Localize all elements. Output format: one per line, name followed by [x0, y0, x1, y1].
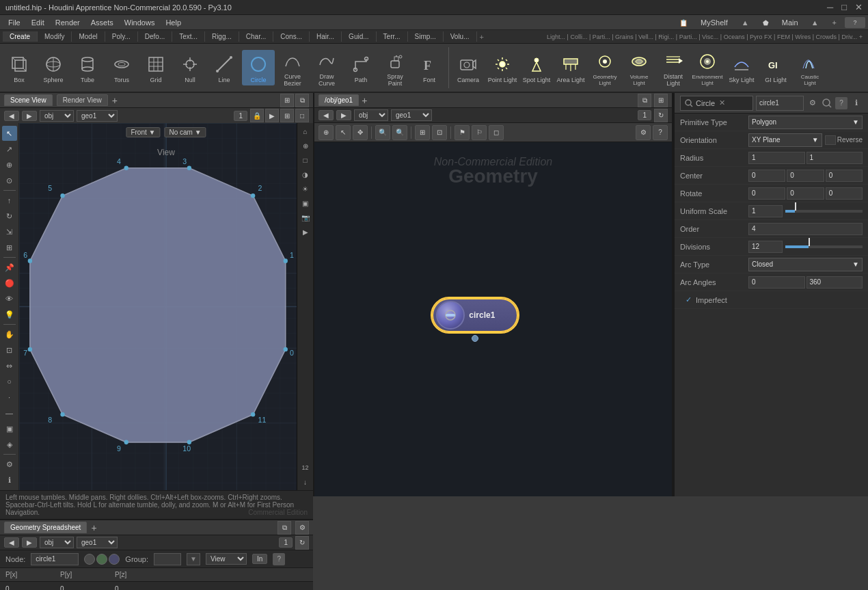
imperfect-check[interactable]: ✓ — [686, 295, 692, 304]
spreadsheet-help[interactable]: ? — [273, 553, 285, 565]
net-forward[interactable]: ▶ — [336, 110, 351, 120]
arc-angles-field2[interactable]: 360 — [806, 276, 863, 289]
orientation-dropdown[interactable]: XY Plane ▼ — [748, 133, 822, 147]
tool-geolight[interactable]: Geometry Light — [588, 47, 621, 89]
rtool-light[interactable]: ☀ — [299, 182, 312, 196]
spr-geo1[interactable]: geo1 — [77, 537, 118, 548]
ltool-obj[interactable]: ○ — [2, 374, 17, 389]
view-select[interactable]: View — [206, 553, 247, 565]
net-reload[interactable]: ↻ — [654, 109, 668, 122]
group-filter-btn[interactable]: ▼ — [187, 553, 200, 565]
tab-more[interactable]: + — [477, 33, 487, 41]
menu-edit[interactable]: Edit — [26, 18, 50, 27]
ltool-snap[interactable]: ⊡ — [2, 343, 17, 358]
tab-guid[interactable]: Guid... — [342, 31, 376, 42]
tab-rigg[interactable]: Rigg... — [205, 31, 239, 42]
ltool-mirror[interactable]: ⇔ — [2, 358, 17, 373]
tab-create[interactable]: Create — [3, 31, 38, 42]
net-geo1[interactable]: geo1 — [391, 109, 432, 121]
tab-volu[interactable]: Volu... — [444, 31, 477, 42]
view-front-btn[interactable]: Front ▼ — [126, 127, 160, 137]
window-controls[interactable]: ─ □ ✕ — [827, 2, 863, 12]
rtool-snap[interactable]: ⊕ — [299, 139, 312, 152]
rotate-field3[interactable]: 0 — [826, 187, 863, 200]
ltool-select2[interactable]: ↗ — [2, 142, 17, 157]
rtool-play[interactable]: ▶ — [299, 225, 312, 239]
tab-render-view[interactable]: Render View — [57, 94, 108, 106]
scene-split-btn[interactable]: ⊞ — [280, 94, 294, 107]
net-zoom-out[interactable]: 🔍 — [392, 125, 407, 140]
tab-add-btn[interactable]: + — [112, 95, 118, 106]
spreadsheet-settings[interactable]: ⚙ — [295, 521, 309, 535]
obj-select[interactable]: obj — [40, 110, 74, 122]
tool-spotlight[interactable]: Spot Light — [520, 50, 553, 86]
divisions-field[interactable]: 12 — [748, 241, 783, 253]
ltool-prims2[interactable]: ◈ — [2, 437, 17, 452]
orientation-toggle[interactable] — [825, 135, 836, 145]
tool-sphere[interactable]: Sphere — [37, 50, 70, 86]
node-output-dot[interactable] — [472, 335, 478, 342]
tool-envlight[interactable]: Environment Light — [691, 47, 724, 89]
network-add-tab[interactable]: + — [362, 95, 367, 106]
ltool-prim[interactable]: ▣ — [2, 421, 17, 436]
tab-model[interactable]: Model — [72, 31, 105, 42]
tool-font[interactable]: F Font — [413, 50, 446, 86]
shelf-myshelf[interactable]: 📋 MyShelf — [674, 18, 733, 27]
arc-type-dropdown[interactable]: Closed ▼ — [748, 258, 863, 271]
network-split[interactable]: ⊞ — [654, 94, 668, 107]
net-move[interactable]: ✥ — [353, 125, 368, 140]
spreadsheet-add-tab[interactable]: + — [91, 522, 96, 533]
props-gear-btn[interactable]: ⚙ — [806, 97, 819, 109]
order-field[interactable]: 4 — [748, 223, 863, 235]
spr-frame[interactable]: 1 — [279, 537, 293, 548]
tab-poly[interactable]: Poly... — [105, 31, 138, 42]
rtool-num1[interactable]: 12 — [299, 461, 312, 474]
nav-forward[interactable]: ▶ — [22, 111, 37, 121]
ltool-light[interactable]: 💡 — [2, 307, 17, 322]
tool-curvebezier[interactable]: Curve Bezier — [276, 46, 309, 90]
net-flag2[interactable]: ⚐ — [472, 125, 487, 140]
tool-tube[interactable]: Tube — [71, 50, 104, 86]
tab-defo[interactable]: Defo... — [138, 31, 172, 42]
view-anim[interactable]: ▶ — [265, 109, 279, 122]
tool-camera[interactable]: Camera — [452, 50, 485, 86]
divisions-thumb[interactable] — [809, 238, 810, 246]
tab-spreadsheet[interactable]: Geometry Spreadsheet — [4, 522, 87, 533]
ltool-select[interactable]: ↖ — [2, 126, 17, 141]
rtool-home[interactable]: ⌂ — [299, 124, 312, 138]
net-back[interactable]: ◀ — [318, 110, 334, 120]
tool-spraypaint[interactable]: Spray Paint — [379, 46, 411, 90]
tool-torus[interactable]: Torus — [105, 50, 138, 86]
tool-null[interactable]: Null — [174, 50, 206, 86]
tab-light-tools[interactable]: Light... | Colli... | Parti... | Grains … — [544, 33, 865, 40]
tab-cons[interactable]: Cons... — [273, 31, 310, 42]
center-field3[interactable]: 0 — [826, 170, 863, 182]
net-settings[interactable]: ⚙ — [636, 125, 651, 140]
net-frame[interactable]: 1 — [638, 110, 651, 120]
tool-skylight[interactable]: Sky Light — [725, 50, 758, 86]
props-zoom-icon[interactable] — [822, 98, 832, 109]
minimize-btn[interactable]: ─ — [827, 2, 833, 12]
props-help-btn[interactable]: ? — [835, 97, 847, 109]
tab-network[interactable]: /obj/geo1 — [318, 94, 359, 106]
ltool-hand[interactable]: ✋ — [2, 327, 17, 342]
view-lock[interactable]: 🔒 — [250, 109, 264, 122]
arc-angles-field1[interactable]: 0 — [748, 276, 805, 289]
rtool-bottom[interactable]: ↓ — [299, 475, 312, 489]
close-btn[interactable]: ✕ — [855, 2, 863, 12]
ltool-vis[interactable]: 👁 — [2, 291, 17, 306]
menu-help[interactable]: Help — [160, 18, 187, 27]
node-name-field[interactable]: circle1 — [31, 553, 79, 565]
net-layout[interactable]: ⊞ — [415, 125, 430, 140]
ltool-arrow[interactable]: ↑ — [2, 193, 17, 208]
primitive-type-dropdown[interactable]: Polygon ▼ — [748, 116, 863, 129]
spr-obj[interactable]: obj — [40, 537, 74, 548]
center-field2[interactable]: 0 — [787, 170, 824, 182]
maximize-btn[interactable]: □ — [841, 2, 847, 12]
tool-gilight[interactable]: GI GI Light — [759, 50, 792, 86]
tool-causticlight[interactable]: Caustic Light — [794, 47, 826, 89]
tool-drawcurve[interactable]: Draw Curve — [310, 46, 343, 90]
tab-scene-view[interactable]: Scene View — [4, 94, 53, 106]
props-info-btn[interactable]: ℹ — [850, 97, 863, 109]
rotate-field2[interactable]: 0 — [787, 187, 824, 200]
